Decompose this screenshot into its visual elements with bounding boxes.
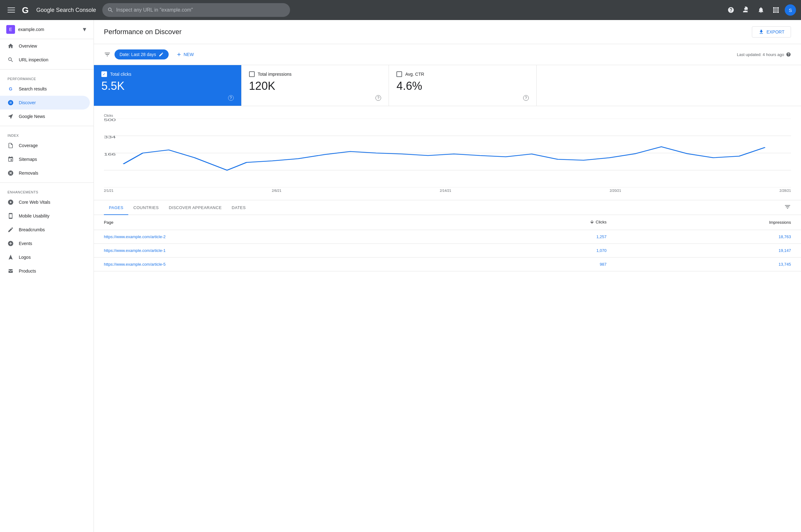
- x-label-2: 2/14/21: [440, 189, 452, 192]
- tab-dates[interactable]: DATES: [227, 200, 251, 215]
- mobile-usability-label: Mobile Usability: [19, 213, 50, 218]
- performance-section-label: Performance: [0, 72, 94, 82]
- sidebar-item-url-inspection[interactable]: URL inspection: [0, 53, 90, 66]
- notifications-button[interactable]: [755, 4, 767, 16]
- help-icon: [727, 6, 735, 14]
- row-1-clicks: 1,070: [453, 244, 617, 258]
- export-button[interactable]: EXPORT: [752, 26, 791, 38]
- apps-button[interactable]: [770, 4, 782, 16]
- notifications-icon: [758, 6, 764, 14]
- table-row: https://www.example.com/article-1 1,070 …: [94, 244, 801, 258]
- sidebar-item-search-results[interactable]: G Search results: [0, 82, 90, 96]
- checkmark-icon: ✓: [103, 72, 106, 76]
- main-layout: E example.com ▼ Overview URL inspection …: [0, 20, 801, 532]
- apps-grid-icon: [773, 7, 779, 13]
- row-0-impressions: 18,763: [616, 230, 801, 244]
- cwv-icon: [7, 199, 14, 205]
- app-logo: G Google Search Console: [21, 4, 96, 16]
- metric-header-impressions: Total impressions: [249, 71, 381, 77]
- user-avatar[interactable]: S: [785, 4, 796, 16]
- sidebar-item-mobile-usability[interactable]: Mobile Usability: [0, 209, 90, 223]
- svg-text:G: G: [22, 5, 29, 15]
- sidebar-item-products[interactable]: Products: [0, 264, 90, 278]
- metric-card-total-clicks[interactable]: ✓ Total clicks 5.5K ?: [94, 65, 242, 106]
- export-icon: [759, 29, 764, 35]
- sidebar-item-logos[interactable]: Logos: [0, 250, 90, 264]
- table-row: https://www.example.com/article-5 987 13…: [94, 258, 801, 271]
- col-header-impressions: Impressions: [616, 215, 801, 230]
- breadcrumbs-icon: [7, 227, 14, 233]
- core-web-vitals-label: Core Web Vitals: [19, 200, 50, 205]
- data-table: Page Clicks Impressions https://www.exa: [94, 215, 801, 271]
- chart-svg: 500 334 166 0: [104, 119, 791, 187]
- tab-discover-appearance[interactable]: DISCOVER APPEARANCE: [164, 200, 227, 215]
- metric-help-clicks[interactable]: ?: [228, 95, 234, 101]
- help-circle-icon: [786, 52, 791, 57]
- row-1-page[interactable]: https://www.example.com/article-1: [94, 244, 453, 258]
- tab-countries[interactable]: COUNTRIES: [128, 200, 164, 215]
- sidebar-item-core-web-vitals[interactable]: Core Web Vitals: [0, 195, 90, 209]
- date-filter-button[interactable]: Date: Last 28 days: [115, 50, 169, 59]
- metric-header-clicks: ✓ Total clicks: [101, 71, 234, 77]
- news-icon: [7, 113, 14, 119]
- removals-icon: [7, 170, 14, 176]
- metric-label-clicks: Total clicks: [110, 72, 131, 77]
- metric-checkbox-ctr: [397, 71, 402, 77]
- property-selector[interactable]: E example.com ▼: [0, 20, 94, 39]
- row-2-impressions: 13,745: [616, 258, 801, 271]
- metric-help-impressions[interactable]: ?: [376, 95, 381, 101]
- property-chevron-icon: ▼: [82, 26, 87, 33]
- tabs-row: PAGES COUNTRIES DISCOVER APPEARANCE DATE…: [94, 200, 801, 215]
- products-label: Products: [19, 268, 36, 273]
- index-section-label: Index: [0, 129, 94, 139]
- help-button[interactable]: [725, 4, 737, 16]
- export-label: EXPORT: [767, 30, 784, 34]
- sidebar-item-breadcrumbs[interactable]: Breadcrumbs: [0, 223, 90, 236]
- metric-card-impressions[interactable]: Total impressions 120K ?: [242, 65, 389, 106]
- sidebar-item-overview[interactable]: Overview: [0, 39, 90, 53]
- metric-label-ctr: Avg. CTR: [405, 72, 424, 77]
- sidebar-item-coverage[interactable]: Coverage: [0, 139, 90, 152]
- metric-label-impressions: Total impressions: [258, 72, 292, 77]
- search-icon: [107, 7, 114, 13]
- metric-checkbox-impressions: [249, 71, 255, 77]
- account-search-icon: [743, 6, 749, 14]
- x-label-0: 2/1/21: [104, 189, 114, 192]
- table-body: https://www.example.com/article-2 1,257 …: [94, 230, 801, 271]
- breadcrumbs-label: Breadcrumbs: [19, 227, 45, 232]
- metric-footer-impressions: ?: [249, 95, 381, 101]
- property-icon: E: [6, 25, 15, 34]
- sort-icon-clicks: Clicks: [590, 220, 607, 224]
- sidebar-item-google-news[interactable]: Google News: [0, 110, 90, 123]
- last-updated: Last updated: 4 hours ago: [737, 52, 791, 57]
- page-header: Performance on Discover EXPORT: [94, 20, 801, 44]
- table-filter-icon[interactable]: [784, 204, 791, 212]
- hamburger-menu-button[interactable]: [5, 4, 18, 16]
- sidebar-item-sitemaps[interactable]: Sitemaps: [0, 152, 90, 166]
- x-label-3: 2/20/21: [610, 189, 621, 192]
- sidebar-item-events[interactable]: Events: [0, 236, 90, 250]
- row-2-page[interactable]: https://www.example.com/article-5: [94, 258, 453, 271]
- coverage-icon: [7, 142, 14, 149]
- products-icon: [7, 268, 14, 274]
- account-search-button[interactable]: [740, 4, 752, 16]
- sidebar-item-discover[interactable]: Discover: [0, 96, 90, 110]
- search-input[interactable]: [116, 7, 285, 13]
- discover-icon: [7, 99, 14, 106]
- row-0-page[interactable]: https://www.example.com/article-2: [94, 230, 453, 244]
- metric-footer-clicks: ?: [101, 95, 234, 101]
- home-icon: [7, 43, 14, 49]
- sitemaps-label: Sitemaps: [19, 157, 37, 162]
- sidebar: E example.com ▼ Overview URL inspection …: [0, 20, 94, 532]
- logos-icon: [7, 254, 14, 260]
- new-filter-button[interactable]: NEW: [172, 49, 198, 60]
- row-0-clicks: 1,257: [453, 230, 617, 244]
- sidebar-item-removals[interactable]: Removals: [0, 166, 90, 180]
- metric-card-avg-ctr[interactable]: Avg. CTR 4.6% ?: [389, 65, 537, 106]
- metric-help-ctr[interactable]: ?: [523, 95, 529, 101]
- app-name: Google Search Console: [36, 7, 96, 14]
- svg-text:0: 0: [104, 187, 108, 187]
- main-content: Performance on Discover EXPORT Date: Las…: [94, 20, 801, 532]
- tab-pages[interactable]: PAGES: [104, 200, 128, 215]
- url-search-bar[interactable]: [102, 3, 290, 17]
